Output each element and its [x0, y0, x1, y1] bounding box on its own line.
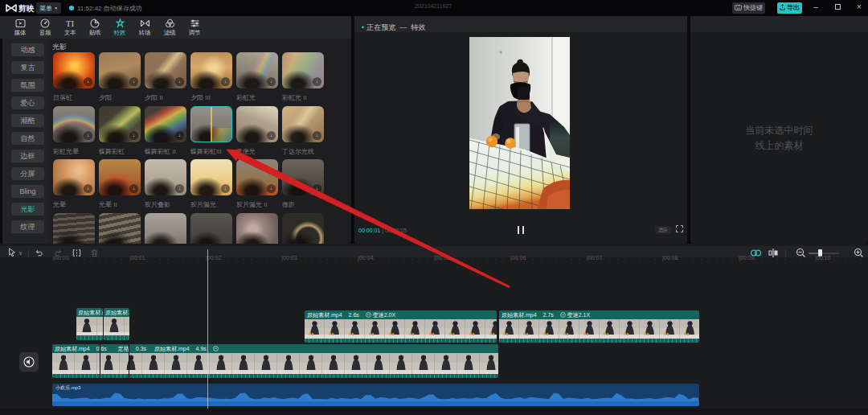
svg-text:TI: TI: [66, 18, 75, 28]
